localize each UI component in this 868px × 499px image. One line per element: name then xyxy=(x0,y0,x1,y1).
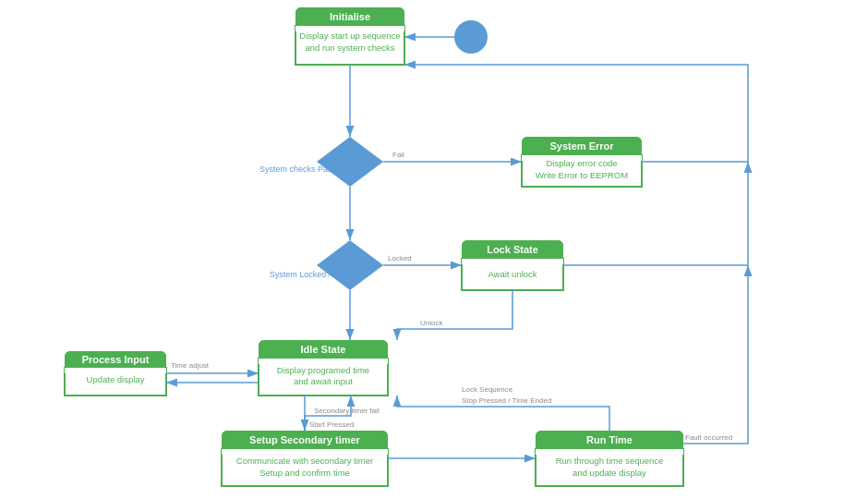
run-time-header: Run Time xyxy=(586,434,633,445)
run-time-body-1: Run through time sequence xyxy=(556,456,664,466)
diamond-locked: System Locked? xyxy=(270,240,383,290)
node-system-error: System Error Display error code Write Er… xyxy=(522,137,642,187)
label-stop-pressed: Stop Pressed / Time Ended xyxy=(462,396,551,405)
node-idle-state: Idle State Display programed time and aw… xyxy=(259,340,388,396)
label-locked: Locked xyxy=(388,254,412,262)
initialise-body-2: and run system checks xyxy=(305,43,394,53)
label-lock-sequence: Lock Sequence xyxy=(462,385,513,394)
node-process-input: Process Input Update display xyxy=(65,351,166,396)
run-time-body-2: and update display xyxy=(573,468,646,478)
system-error-body-1: Display error code xyxy=(546,158,617,168)
setup-secondary-body-2: Setup and confirm time xyxy=(259,468,350,478)
label-start-pressed: Start Pressed xyxy=(309,420,354,429)
label-fault: Fault occurred xyxy=(685,433,732,442)
node-initialise: Initialise Display start up sequence and… xyxy=(295,7,404,65)
label-time-adjust: Time adjust xyxy=(171,361,210,370)
system-error-header: System Error xyxy=(549,140,614,152)
node-run-time: Run Time Run through time sequence and u… xyxy=(536,431,683,486)
process-input-header: Process Input xyxy=(82,354,150,365)
label-fail: Fail xyxy=(392,151,404,159)
svg-rect-24 xyxy=(259,359,388,364)
node-setup-secondary: Setup Secondary timer Communicate with s… xyxy=(222,431,388,486)
idle-state-body-2: and await input xyxy=(294,376,353,386)
idle-state-body-1: Display programed time xyxy=(277,365,369,375)
diamond-checks: System checks Pass? xyxy=(259,137,383,187)
lock-state-body: Await unlock xyxy=(488,269,536,279)
diamond2-label: System Locked? xyxy=(270,270,332,279)
arrow-unlock xyxy=(397,290,512,340)
svg-marker-14 xyxy=(317,240,383,290)
diamond1-label: System checks Pass? xyxy=(259,164,341,174)
svg-rect-29 xyxy=(65,368,166,373)
initialise-body-1: Display start up sequence xyxy=(299,30,400,41)
svg-rect-39 xyxy=(536,449,683,455)
idle-state-header: Idle State xyxy=(301,344,346,355)
arrow-fault xyxy=(683,265,748,444)
setup-secondary-body-1: Communicate with secondary timer xyxy=(236,456,373,466)
system-error-body-2: Write Error to EEPROM xyxy=(536,170,628,180)
setup-secondary-header: Setup Secondary timer xyxy=(249,434,361,445)
start-circle xyxy=(454,20,488,54)
flowchart-svg: Initialise Display start up sequence and… xyxy=(0,0,868,499)
label-unlock: Unlock xyxy=(420,319,443,327)
diagram-container: Initialise Display start up sequence and… xyxy=(0,0,868,499)
node-lock-state: Lock State Await unlock xyxy=(462,240,563,290)
initialise-header: Initialise xyxy=(330,11,370,22)
svg-rect-34 xyxy=(222,449,388,455)
svg-marker-8 xyxy=(317,137,383,187)
label-secondary-fail: Secondary timer fail xyxy=(314,407,380,415)
process-input-body: Update display xyxy=(87,374,145,384)
lock-state-header: Lock State xyxy=(487,244,538,255)
svg-rect-19 xyxy=(462,259,563,264)
